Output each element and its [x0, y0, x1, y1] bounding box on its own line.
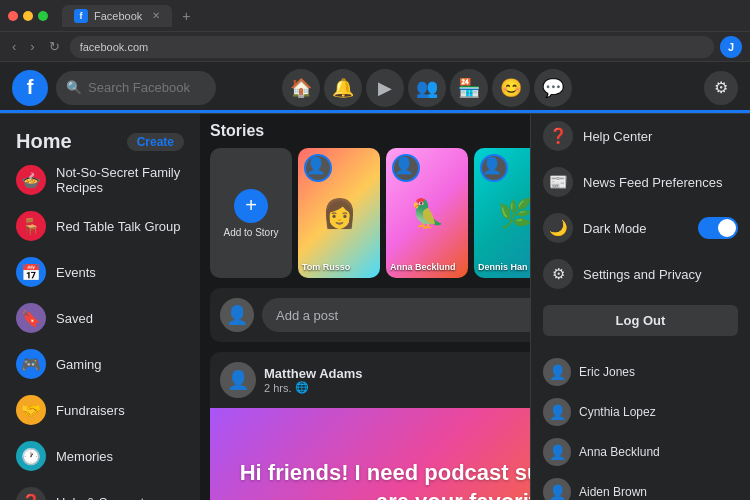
post-avatar: 👤: [220, 362, 256, 398]
nav-right: ⚙: [704, 71, 738, 105]
family-recipes-icon: 🍲: [16, 165, 46, 195]
menu-item-settings-privacy[interactable]: ⚙ Settings and Privacy: [531, 251, 750, 297]
menu-item-news-feed[interactable]: 📰 News Feed Preferences: [531, 159, 750, 205]
sidebar-label: Gaming: [56, 357, 102, 372]
back-button[interactable]: ‹: [8, 37, 20, 56]
sidebar-item-events[interactable]: 📅 Events: [8, 249, 192, 295]
memories-icon: 🕐: [16, 441, 46, 471]
story-name-1: Tom Russo: [302, 262, 376, 272]
story-card-tom[interactable]: 👩 👤 Tom Russo: [298, 148, 380, 278]
traffic-lights: [8, 11, 48, 21]
story-person-1: 👩: [322, 197, 357, 230]
browser-tab[interactable]: f Facebook ✕: [62, 5, 172, 27]
nav-icons: 🏠 🔔 ▶ 👥 🏪 😊 💬: [282, 69, 572, 107]
nav-messenger-button[interactable]: 💬: [534, 69, 572, 107]
friend-item-aiden[interactable]: 👤 Aiden Brown: [531, 472, 750, 500]
fundraisers-icon: 🤝: [16, 395, 46, 425]
red-table-icon: 🪑: [16, 211, 46, 241]
address-text: facebook.com: [80, 41, 148, 53]
sidebar-item-help[interactable]: ❓ Help & Support: [8, 479, 192, 500]
create-button[interactable]: Create: [127, 133, 184, 151]
tab-close-icon[interactable]: ✕: [152, 10, 160, 21]
stories-title: Stories: [210, 122, 264, 140]
dark-mode-label: Dark Mode: [583, 221, 647, 236]
story-card-anna[interactable]: 🦜 👤 Anna Becklund: [386, 148, 468, 278]
minimize-button[interactable]: [23, 11, 33, 21]
friend-avatar-anna: 👤: [543, 438, 571, 466]
app-layout: f 🔍 🏠 🔔 ▶ 👥 🏪 😊 💬 ⚙ Home Create 🍲 Not-So…: [0, 62, 750, 500]
story-avatar-2: 👤: [392, 154, 420, 182]
sidebar-header: Home Create: [8, 122, 192, 157]
dark-mode-toggle[interactable]: [698, 217, 738, 239]
tab-title: Facebook: [94, 10, 142, 22]
sidebar-label: Memories: [56, 449, 113, 464]
help-center-icon: ❓: [543, 121, 573, 151]
search-bar[interactable]: 🔍: [56, 71, 216, 105]
settings-privacy-icon: ⚙: [543, 259, 573, 289]
close-button[interactable]: [8, 11, 18, 21]
menu-item-help-center[interactable]: ❓ Help Center: [531, 113, 750, 159]
menu-label: Help Center: [583, 129, 652, 144]
top-nav: f 🔍 🏠 🔔 ▶ 👥 🏪 😊 💬 ⚙: [0, 62, 750, 114]
gaming-icon: 🎮: [16, 349, 46, 379]
nav-notifications-button[interactable]: 🔔: [324, 69, 362, 107]
sidebar-label: Fundraisers: [56, 403, 125, 418]
story-person-2: 🦜: [410, 197, 445, 230]
sidebar-item-memories[interactable]: 🕐 Memories: [8, 433, 192, 479]
story-add-label: Add to Story: [223, 227, 278, 238]
sidebar-label: Saved: [56, 311, 93, 326]
dark-mode-icon: 🌙: [543, 213, 573, 243]
nav-friends-button[interactable]: 👥: [408, 69, 446, 107]
news-feed-icon: 📰: [543, 167, 573, 197]
address-bar-row: ‹ › ↻ facebook.com J: [0, 32, 750, 62]
menu-item-dark-mode[interactable]: 🌙 Dark Mode: [531, 205, 750, 251]
search-icon: 🔍: [66, 80, 82, 95]
nav-emoji-button[interactable]: 😊: [492, 69, 530, 107]
nav-video-button[interactable]: ▶: [366, 69, 404, 107]
browser-chrome: f Facebook ✕ +: [0, 0, 750, 32]
facebook-logo: f: [12, 70, 48, 106]
friend-avatar-eric: 👤: [543, 358, 571, 386]
address-bar[interactable]: facebook.com: [70, 36, 714, 58]
friend-name: Eric Jones: [579, 365, 635, 379]
story-name-2: Anna Becklund: [390, 262, 464, 272]
menu-label: Settings and Privacy: [583, 267, 702, 282]
search-input[interactable]: [88, 80, 198, 95]
sidebar-label: Help & Support: [56, 495, 144, 501]
sidebar-item-gaming[interactable]: 🎮 Gaming: [8, 341, 192, 387]
friend-avatar-aiden: 👤: [543, 478, 571, 500]
story-avatar-3: 👤: [480, 154, 508, 182]
sidebar: Home Create 🍲 Not-So-Secret Family Recip…: [0, 62, 200, 500]
sidebar-item-red-table[interactable]: 🪑 Red Table Talk Group: [8, 203, 192, 249]
refresh-button[interactable]: ↻: [45, 37, 64, 56]
friend-name: Aiden Brown: [579, 485, 647, 499]
sidebar-item-fundraisers[interactable]: 🤝 Fundraisers: [8, 387, 192, 433]
story-avatar-1: 👤: [304, 154, 332, 182]
friend-item-anna[interactable]: 👤 Anna Becklund: [531, 432, 750, 472]
story-add-bg: + Add to Story: [210, 148, 292, 278]
toggle-knob: [718, 219, 736, 237]
sidebar-item-family-recipes[interactable]: 🍲 Not-So-Secret Family Recipes: [8, 157, 192, 203]
help-icon: ❓: [16, 487, 46, 500]
friend-avatar-cynthia: 👤: [543, 398, 571, 426]
composer-avatar: 👤: [220, 298, 254, 332]
saved-icon: 🔖: [16, 303, 46, 333]
sidebar-item-saved[interactable]: 🔖 Saved: [8, 295, 192, 341]
nav-marketplace-button[interactable]: 🏪: [450, 69, 488, 107]
friend-item-eric[interactable]: 👤 Eric Jones: [531, 352, 750, 392]
sidebar-title: Home: [16, 130, 72, 153]
events-icon: 📅: [16, 257, 46, 287]
friend-item-cynthia[interactable]: 👤 Cynthia Lopez: [531, 392, 750, 432]
forward-button[interactable]: ›: [26, 37, 38, 56]
menu-label: News Feed Preferences: [583, 175, 722, 190]
logout-button[interactable]: Log Out: [543, 305, 738, 336]
fullscreen-button[interactable]: [38, 11, 48, 21]
nav-home-button[interactable]: 🏠: [282, 69, 320, 107]
new-tab-button[interactable]: +: [182, 8, 190, 24]
browser-profile-icon[interactable]: J: [720, 36, 742, 58]
friend-name: Anna Becklund: [579, 445, 660, 459]
story-add-card[interactable]: + Add to Story: [210, 148, 292, 278]
nav-settings-button[interactable]: ⚙: [704, 71, 738, 105]
sidebar-label: Red Table Talk Group: [56, 219, 181, 234]
sidebar-label: Not-So-Secret Family Recipes: [56, 165, 184, 195]
